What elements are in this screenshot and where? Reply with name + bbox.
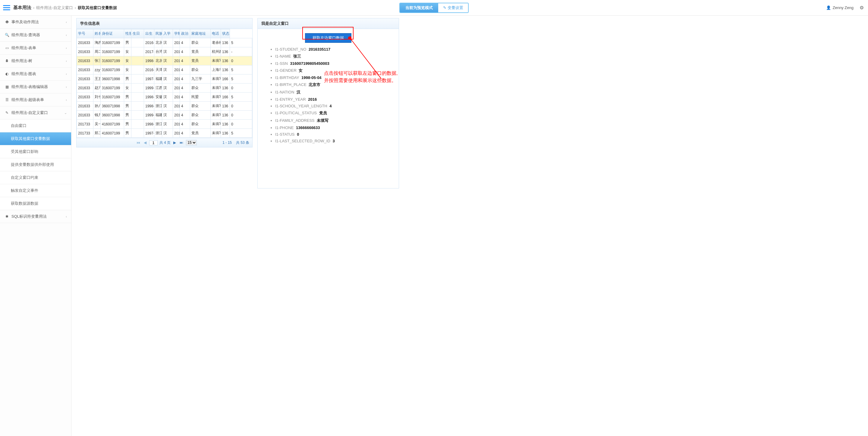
- nav-label: 组件用法-自定义窗口: [11, 110, 48, 115]
- column-header[interactable]: 姓名: [93, 29, 101, 38]
- table-cell: 汉: [162, 111, 173, 120]
- sidebar-subitem[interactable]: 获取数据源数据: [0, 197, 71, 210]
- breadcrumb-root[interactable]: 基本用法: [13, 5, 31, 10]
- sidebar-item[interactable]: ▭组件用法-表单‹: [0, 41, 71, 55]
- sidebar-subitem[interactable]: 获取其他窗口变量数据: [0, 133, 71, 145]
- table-cell: [131, 56, 144, 65]
- table-cell: 汉: [162, 129, 173, 138]
- table-cell: 0: [230, 56, 252, 65]
- kv-value: 张三: [293, 54, 301, 58]
- table-row[interactable]: 201633孙八360071998男1998-浙江省汉20164群众未填写136…: [77, 101, 252, 111]
- pager-total-pages: 共 4 页: [159, 140, 170, 145]
- table-row[interactable]: 201633淘杰316007199男2016-北京市汉20124群众老余杭凉都1…: [77, 38, 252, 47]
- panel-title: 我是自定义窗口: [258, 19, 399, 29]
- table-row[interactable]: 201633赵六316007199女1999-江西省汉20164群众未填写136…: [77, 84, 252, 93]
- table-row[interactable]: 201633钱九360071998男1999-福建省汉20164群众未填写136…: [77, 111, 252, 120]
- column-header[interactable]: 电话: [211, 29, 221, 38]
- table-cell: 1998-: [144, 93, 154, 101]
- pager-total: 共 53 条: [236, 140, 249, 145]
- column-header[interactable]: 生日: [131, 29, 144, 38]
- sidebar-item[interactable]: ⯭组件用法-树‹: [0, 55, 71, 67]
- pager-first-icon[interactable]: ⏮: [135, 141, 141, 145]
- pager-prev-icon[interactable]: ◀: [143, 141, 147, 145]
- sidebar-subitem[interactable]: 触发自定义事件: [0, 184, 71, 197]
- sidebar-subitem[interactable]: 受其他窗口影响: [0, 145, 71, 158]
- table-cell: 2017-: [144, 47, 154, 56]
- column-header[interactable]: 性别: [124, 29, 131, 38]
- table-cell: 201633: [77, 65, 93, 75]
- breadcrumb-mid[interactable]: 组件用法-自定义窗口: [36, 5, 73, 10]
- column-header[interactable]: 学制: [173, 29, 180, 38]
- column-header[interactable]: 出生: [144, 29, 154, 38]
- pager-page-size-select[interactable]: 15: [186, 140, 197, 145]
- nav-icon: ▭: [4, 46, 10, 50]
- column-header[interactable]: 身份证: [101, 29, 124, 38]
- sidebar-item[interactable]: ◐组件用法-图表‹: [0, 67, 71, 81]
- table-cell: 男: [124, 129, 131, 138]
- table-row[interactable]: 201633刘七316007199男1998-安徽省汉20164民盟未填写166…: [77, 93, 252, 101]
- list-item: I1-PHONE 13666666633: [275, 125, 393, 130]
- sidebar-subitem[interactable]: 提供变量数据供外部使用: [0, 158, 71, 171]
- column-header[interactable]: 状态: [221, 29, 230, 38]
- table-cell: 福建省: [154, 75, 162, 84]
- pager-page-input[interactable]: [149, 140, 158, 145]
- list-item: I1-SSN 316007199805450003: [275, 61, 393, 66]
- table-cell: 316007199: [101, 84, 124, 93]
- pager-last-icon[interactable]: ⏭: [179, 141, 184, 145]
- gear-icon[interactable]: ⚙: [860, 5, 865, 10]
- nav-icon: ⯭: [4, 59, 10, 63]
- user-area[interactable]: 👤 Zenny Zeng ⚙: [826, 5, 865, 10]
- column-header[interactable]: 政治: [180, 29, 190, 38]
- chevron-left-icon: ‹: [66, 59, 67, 63]
- column-header[interactable]: 学号: [77, 29, 93, 38]
- sidebar-item[interactable]: ▦组件用法-表格编辑器‹: [0, 81, 71, 93]
- nav-icon: ✱: [4, 214, 10, 219]
- sidebar-item[interactable]: ❶事件及动作用法‹: [0, 16, 71, 29]
- sidebar-subitem[interactable]: 自定义窗口约束: [0, 171, 71, 184]
- table-row[interactable]: 201633周二316007199女2017-台湾省汉20194党员杭州西湖13…: [77, 47, 252, 56]
- fetch-left-data-button[interactable]: 获取左边窗口数据: [305, 33, 351, 43]
- sidebar-item[interactable]: ✎组件用法-自定义窗口⌄: [0, 107, 71, 119]
- table-cell: 4: [180, 65, 190, 75]
- pager-next-icon[interactable]: ▶: [173, 141, 177, 145]
- menu-toggle-icon[interactable]: [3, 4, 10, 11]
- table-row[interactable]: 201633zzyy316007199女2016-天津市汉20164群众上海市浦…: [77, 65, 252, 75]
- column-header[interactable]: 入学: [162, 29, 173, 38]
- table-cell: [131, 75, 144, 84]
- table-row[interactable]: 201733郑二416007199男1997-浙江省汉20164党员未填写136…: [77, 129, 252, 138]
- nav-label: 组件用法-表单: [11, 45, 36, 51]
- table-cell: 201633: [77, 111, 93, 120]
- table-cell: 群众: [190, 111, 211, 120]
- table-row[interactable]: 201633王五360071998男1997-福建省汉20164九三学未填写16…: [77, 75, 252, 84]
- sidebar-item[interactable]: ✱SQL标识符变量用法‹: [0, 210, 71, 223]
- table-cell: 416007199: [101, 120, 124, 129]
- list-item: I1-LAST_SELECTED_ROW_ID 3: [275, 139, 393, 143]
- table-cell: zzyy: [93, 65, 101, 75]
- kv-value: 1998-05-04: [301, 76, 321, 80]
- chevron-left-icon: ‹: [66, 215, 67, 218]
- table-cell: 4: [180, 120, 190, 129]
- table-cell: 5: [230, 129, 252, 138]
- column-header[interactable]: 民族: [154, 29, 162, 38]
- table-cell: 周二: [93, 47, 101, 56]
- column-header[interactable]: 家庭地址: [190, 29, 211, 38]
- table-row[interactable]: 201633张三316007199女1998-北京市汉20164党员未填写136…: [77, 56, 252, 65]
- kv-value: 未填写: [317, 118, 329, 123]
- sidebar-item[interactable]: ☰组件用法-超级表单‹: [0, 93, 71, 107]
- table-cell: 福建省: [154, 111, 162, 120]
- table-cell: 上海市浦东新: [211, 65, 221, 75]
- breadcrumb-leaf: 获取其他窗口变量数据: [78, 5, 117, 10]
- table-cell: 166: [221, 75, 230, 84]
- table-cell: 孙八: [93, 101, 101, 111]
- sidebar-item[interactable]: 🔍组件用法-查询器‹: [0, 29, 71, 41]
- table-cell: 316007199: [101, 93, 124, 101]
- table-row[interactable]: 201733吴一416007199男1998-浙江省汉20164群众未填写136…: [77, 120, 252, 129]
- table-cell: 党员: [190, 56, 211, 65]
- sidebar-subitem[interactable]: 自由窗口: [0, 119, 71, 133]
- table-cell: 4: [180, 47, 190, 56]
- kv-key: I1-GENDER: [275, 68, 297, 73]
- table-cell: 群众: [190, 120, 211, 129]
- table-cell: 群众: [190, 101, 211, 111]
- table-cell: 老余杭凉都: [211, 38, 221, 47]
- var-settings-button[interactable]: ✎ 变量设置: [438, 3, 468, 12]
